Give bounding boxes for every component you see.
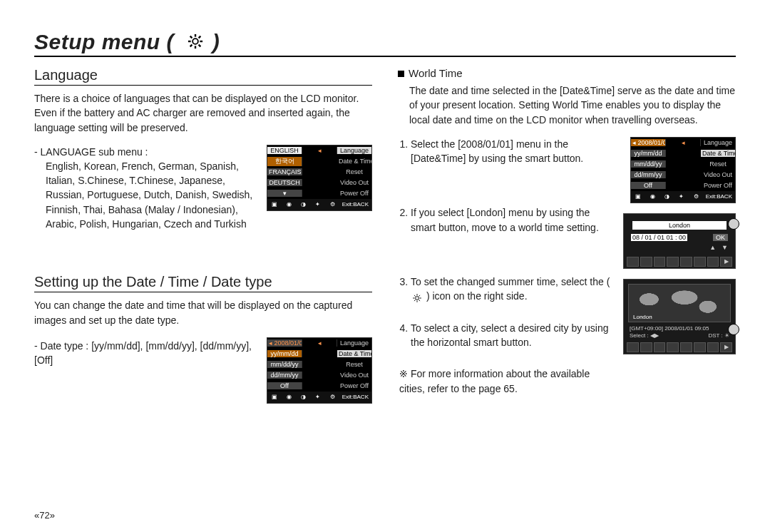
page-title-row: Setup menu ( ) [34,30,736,57]
lcd-london-screenshot: London 08 / 01 / 01 01 : 00 OK ▲ ▼ ▶ [623,213,736,269]
steps-list: Select the [2008/01/01] menu in the [Dat… [398,137,610,349]
svg-line-6 [198,45,200,47]
section-datetime-heading: Setting up the Date / Time / Date type [34,274,372,292]
lcd-datetype-screenshot: ◂ 2008/01/01◂Language yy/mm/ddDate & Tim… [267,337,372,404]
step-1: Select the [2008/01/01] menu in the [Dat… [411,137,610,166]
lcd-worldtime-menu-screenshot: ◂ 2008/01/01◂Language yy/mm/ddDate & Tim… [630,137,736,203]
svg-line-7 [198,36,200,39]
svg-line-17 [414,300,416,301]
left-column: Language There is a choice of languages … [34,64,372,404]
page-number: «72» [34,510,55,521]
svg-line-5 [190,36,192,39]
step-4: To select a city, select a desired city … [411,321,610,350]
lcd-worldmap-screenshot: London [GMT+09:00] 2008/01/01 09:05 Sele… [623,279,736,354]
svg-line-14 [414,295,416,297]
page-title: Setup menu ( ) [34,30,220,54]
section-datetime-body: You can change the date and time that wi… [34,298,372,327]
worldtime-body: The date and time selected in the [Date&… [409,83,736,127]
sun-icon [412,292,422,302]
section-language-body: There is a choice of languages that can … [34,91,372,135]
square-bullet-icon [398,71,404,77]
worldtime-heading: World Time [398,67,736,79]
right-column: World Time The date and time selected in… [398,64,736,404]
svg-point-0 [192,39,198,44]
gear-icon [188,30,203,46]
dial-knob-icon [728,324,739,335]
lcd-language-screenshot: ENGLISH◂Language 한국어Date & Time FRANÇAIS… [267,145,372,211]
step-2: If you select [London] menu by using the… [411,205,610,235]
world-map-icon: London [628,284,731,322]
worldtime-note: ※ For more information about the availab… [399,367,610,396]
step-3: To set the changed summer time, select t… [411,275,610,304]
dial-knob-icon [728,218,739,230]
datetype-label: - Date type : [yy/mm/dd], [mm/dd/yy], [d… [34,339,254,368]
svg-point-9 [416,296,419,300]
section-language-heading: Language [34,67,372,86]
language-submenu-label: - LANGUAGE sub menu : [34,146,254,158]
svg-line-16 [419,295,420,297]
language-list: English, Korean, French, German, Spanish… [46,159,254,231]
svg-line-15 [419,300,420,301]
svg-line-8 [190,45,192,47]
